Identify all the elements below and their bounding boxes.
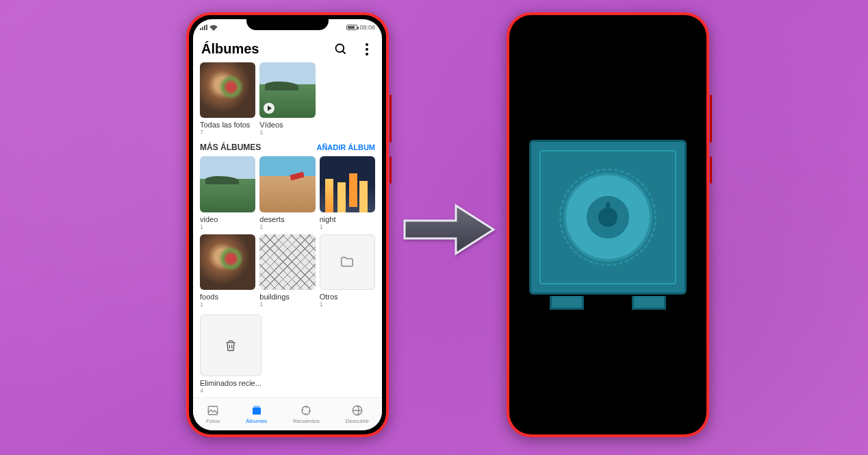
signal-icon bbox=[200, 25, 207, 30]
album-count: 4 bbox=[200, 387, 261, 394]
album-label: deserts bbox=[259, 215, 315, 223]
album-foods[interactable]: foods 1 bbox=[200, 234, 255, 308]
play-icon bbox=[264, 103, 275, 114]
album-label: night bbox=[320, 215, 375, 223]
svg-rect-3 bbox=[253, 408, 261, 415]
trash-icon bbox=[224, 339, 238, 352]
discover-icon bbox=[351, 404, 363, 417]
page-title: Álbumes bbox=[201, 41, 259, 57]
album-count: 1 bbox=[259, 301, 315, 308]
memories-icon bbox=[300, 404, 312, 417]
arrow-icon bbox=[401, 199, 497, 260]
album-count: 1 bbox=[320, 301, 375, 308]
add-album-link[interactable]: AÑADIR ÁLBUM bbox=[316, 143, 375, 151]
svg-point-5 bbox=[302, 406, 310, 415]
nav-label: Álbumes bbox=[246, 418, 267, 424]
top-albums: Todas las fotos 7 Vídeos 1 bbox=[200, 62, 375, 136]
folder-icon bbox=[340, 254, 355, 269]
album-label: foods bbox=[200, 293, 255, 301]
album-thumbnail bbox=[320, 156, 375, 212]
section-header: MÁS ÁLBUMES AÑADIR ÁLBUM bbox=[200, 143, 375, 152]
more-icon[interactable] bbox=[360, 42, 374, 56]
bottom-nav: Fotos Álbumes Recuerdos bbox=[193, 397, 382, 430]
search-icon[interactable] bbox=[334, 42, 348, 56]
safe-dial-icon bbox=[563, 173, 652, 262]
svg-line-1 bbox=[343, 51, 346, 53]
nav-descubrir[interactable]: Descubrir bbox=[346, 404, 369, 424]
album-thumbnail bbox=[320, 234, 375, 290]
album-others[interactable]: Otros 1 bbox=[320, 234, 375, 308]
album-thumbnail bbox=[259, 62, 315, 118]
album-deleted[interactable]: Eliminados recie... 4 bbox=[200, 315, 261, 394]
album-videos[interactable]: Vídeos 1 bbox=[259, 62, 315, 136]
phone-safe bbox=[507, 12, 709, 437]
nav-albumes[interactable]: Álbumes bbox=[246, 404, 267, 424]
album-thumbnail bbox=[200, 315, 261, 376]
phone-gallery: 08:08 Álbumes Todas las fotos 7 bbox=[186, 12, 389, 437]
album-label: Todas las fotos bbox=[200, 121, 255, 129]
volume-button bbox=[390, 95, 392, 143]
album-video[interactable]: video 1 bbox=[200, 156, 255, 230]
battery-icon bbox=[346, 25, 357, 30]
album-thumbnail bbox=[200, 62, 255, 118]
nav-label: Recuerdos bbox=[293, 418, 320, 424]
album-count: 1 bbox=[259, 223, 315, 230]
svg-point-0 bbox=[336, 44, 344, 52]
album-label: video bbox=[200, 215, 255, 223]
album-count: 1 bbox=[200, 223, 255, 230]
album-label: buildings bbox=[259, 293, 315, 301]
deleted-section: Eliminados recie... 4 bbox=[200, 315, 375, 394]
photos-icon bbox=[207, 404, 219, 417]
album-all-photos[interactable]: Todas las fotos 7 bbox=[200, 62, 255, 136]
nav-label: Descubrir bbox=[346, 418, 369, 424]
nav-label: Fotos bbox=[206, 418, 220, 424]
more-albums: video 1 deserts 1 night 1 bbox=[200, 156, 375, 308]
nav-recuerdos[interactable]: Recuerdos bbox=[293, 404, 320, 424]
album-label: Otros bbox=[320, 293, 375, 301]
album-label: Vídeos bbox=[259, 121, 315, 129]
album-thumbnail bbox=[200, 234, 255, 290]
nav-fotos[interactable]: Fotos bbox=[206, 404, 220, 424]
album-thumbnail bbox=[200, 156, 255, 212]
album-count: 7 bbox=[200, 129, 255, 136]
album-count: 1 bbox=[259, 129, 315, 136]
status-time: 08:08 bbox=[359, 24, 375, 31]
safe-illustration bbox=[529, 140, 687, 310]
album-night[interactable]: night 1 bbox=[320, 156, 375, 230]
power-button bbox=[710, 156, 712, 184]
album-buildings[interactable]: buildings 1 bbox=[259, 234, 315, 308]
album-count: 1 bbox=[200, 301, 255, 308]
svg-rect-2 bbox=[208, 406, 218, 415]
notch bbox=[567, 15, 649, 30]
album-deserts[interactable]: deserts 1 bbox=[259, 156, 315, 230]
album-thumbnail bbox=[259, 156, 315, 212]
notch bbox=[246, 15, 329, 30]
album-count: 1 bbox=[320, 223, 375, 230]
album-label: Eliminados recie... bbox=[200, 379, 261, 387]
wifi-icon bbox=[209, 25, 218, 31]
power-button bbox=[390, 156, 392, 184]
header: Álbumes bbox=[193, 36, 382, 62]
album-thumbnail bbox=[259, 234, 315, 290]
volume-button bbox=[710, 95, 712, 143]
albums-icon bbox=[251, 404, 263, 417]
svg-rect-4 bbox=[253, 406, 259, 407]
section-title: MÁS ÁLBUMES bbox=[200, 143, 261, 152]
